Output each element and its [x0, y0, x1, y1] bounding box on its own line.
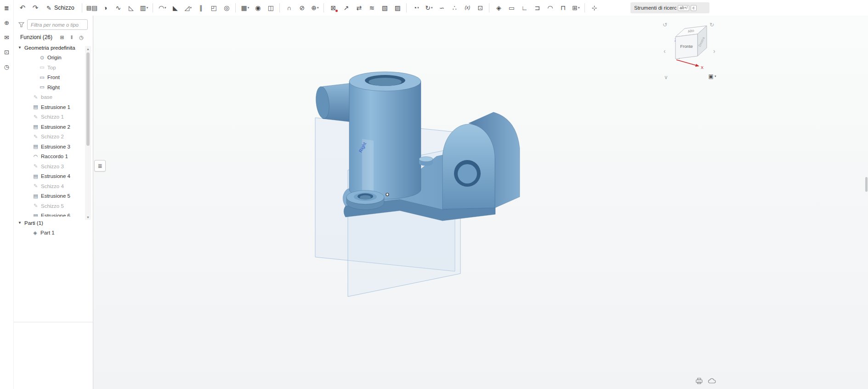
origin-point[interactable] [386, 193, 389, 196]
draft-tool-button[interactable]: ◿ ▾ [182, 2, 194, 14]
split-tool-button[interactable]: ⊘ ▾ [296, 2, 308, 14]
history-rail-button[interactable]: ◷ [2, 62, 12, 72]
add-tab-rail-button[interactable]: ⊕ [2, 17, 12, 28]
redo-button[interactable]: ↷ [29, 2, 41, 14]
boundary-surface-tool-button[interactable]: ▧ ▾ [379, 2, 391, 14]
thicken-tool-button[interactable]: ▥ ▾ [138, 2, 150, 14]
printer-3d-icon[interactable] [695, 378, 703, 384]
loft-tool-button[interactable]: ◺ ▾ [125, 2, 137, 14]
mirror-tool-button[interactable]: ◫ ▾ [265, 2, 277, 14]
sweep-tool-button[interactable]: ∿ ▾ [112, 2, 124, 14]
front-boss[interactable] [346, 190, 384, 210]
insert-folder-icon[interactable]: ⊞ [59, 34, 65, 40]
tree-item-label: Front [47, 74, 60, 80]
search-input[interactable] [634, 5, 676, 11]
move-face-tool-button[interactable]: ↗ ▾ [340, 2, 352, 14]
feature-tree-row[interactable]: ▼ Schizzo 5 [14, 201, 85, 211]
rotate-left-icon[interactable]: ‹ [664, 48, 666, 54]
graphics-viewport[interactable]: Right ≣ ↺ ↻ ‹ › ∨ Z X Fronte Alto Destra [93, 16, 868, 389]
point-tool-button[interactable]: ∴ ▾ [448, 2, 460, 14]
scroll-up-arrow[interactable]: ▲ [85, 46, 91, 51]
feature-tree-row[interactable]: ▼ Raccordo 1 [14, 152, 85, 162]
hole-tool-button[interactable]: ◎ ▾ [221, 2, 233, 14]
main-cylinder[interactable] [349, 72, 421, 199]
tab-feature-tool-button[interactable]: ⊓ ▾ [557, 2, 569, 14]
feature-tree-row[interactable]: ▼ Schizzo 4 [14, 181, 85, 191]
transform-tool-button[interactable]: ⊕ ▾ [309, 2, 321, 14]
scrollbar-thumb[interactable] [86, 52, 90, 146]
cloud-icon[interactable] [708, 378, 716, 384]
search-tools-box[interactable]: alt+/ c [630, 2, 709, 13]
feature-tree-row[interactable]: ▼ Estrusione 6 [14, 211, 85, 217]
window-scrollbar[interactable] [865, 16, 868, 389]
tag-tool-button[interactable]: ◈ ▾ [493, 2, 505, 14]
replace-face-tool-button[interactable]: ⇄ ▾ [353, 2, 365, 14]
feature-tree-row[interactable]: ▼ Geometria predefinita [14, 43, 85, 53]
model-canvas[interactable]: Right [93, 16, 868, 389]
feature-tree-row[interactable]: ▼ Front [14, 73, 85, 83]
side-boss-cylinder[interactable] [314, 83, 355, 122]
sketch-button[interactable]: ✎ Schizzo [42, 2, 79, 14]
feature-list-rail-button[interactable]: ≣ [2, 3, 12, 13]
boolean-tool-button[interactable]: ∩ ▾ [283, 2, 295, 14]
hem-tool-button[interactable]: ⊐ ▾ [531, 2, 543, 14]
feature-tree-row[interactable]: ▼ Top [14, 63, 85, 73]
rotate-right-icon[interactable]: › [713, 48, 715, 54]
bend-tool-button[interactable]: ◠ ▾ [544, 2, 556, 14]
custom-feature-tool-button[interactable]: ⊹ ▾ [588, 2, 600, 14]
rotate-ccw-icon[interactable]: ↺ [663, 22, 667, 28]
chamfer-tool-button[interactable]: ◣ ▾ [169, 2, 181, 14]
plate-pin[interactable] [419, 157, 433, 166]
feature-tree-row[interactable]: ▼ Estrusione 3 [14, 142, 85, 152]
linear-pattern-tool-button[interactable]: ▦ ▾ [239, 2, 251, 14]
compare-icon: ⊡ [4, 49, 9, 56]
rotate-down-icon[interactable]: ∨ [664, 74, 668, 80]
delete-face-tool-button[interactable]: ⊠ ▾ [327, 2, 339, 14]
offset-surface-tool-button[interactable]: ≋ ▾ [366, 2, 378, 14]
flange-tool-button[interactable]: ∟ ▾ [518, 2, 530, 14]
undo-button[interactable]: ↶ [17, 2, 28, 14]
parts-section-header[interactable]: ▼ Parti (1) [14, 218, 93, 228]
feature-tree-row[interactable]: ▼ base [14, 92, 85, 103]
feature-tree-row[interactable]: ▼ Estrusione 5 [14, 191, 85, 201]
feature-list-flyout-button[interactable]: ≣ [94, 160, 106, 172]
feature-tree-row[interactable]: ▼ Schizzo 3 [14, 161, 85, 172]
window-scrollbar-thumb[interactable] [865, 177, 868, 192]
curve-tool-button[interactable]: ∽ ▾ [436, 2, 448, 14]
feature-tree-row[interactable]: ▼ Estrusione 2 [14, 122, 85, 132]
tree-scrollbar[interactable]: ▲ ▼ [85, 46, 91, 220]
chevron-down-icon[interactable]: ▼ [17, 221, 22, 225]
comments-rail-button[interactable]: ✉ [2, 32, 12, 42]
feature-tree-row[interactable]: ▼ Estrusione 1 [14, 102, 85, 112]
helix-tool-button[interactable]: ↻ ▾ [423, 2, 435, 14]
rollback-history-icon[interactable]: ◷ [78, 34, 85, 40]
derived-tool-button[interactable]: ⊡ ▾ [474, 2, 486, 14]
circular-pattern-tool-button[interactable]: ◉ ▾ [252, 2, 264, 14]
chevron-down-icon[interactable]: ▼ [17, 46, 22, 50]
revolve-tool-button[interactable]: ◑ ▾ [99, 2, 111, 14]
draft-icon: ◿ [185, 5, 190, 11]
filter-input[interactable] [27, 19, 88, 30]
part-row[interactable]: Part 1 [14, 228, 93, 238]
rib-tool-button[interactable]: ∥ ▾ [195, 2, 207, 14]
pause-updates-icon[interactable]: ‖ [68, 34, 75, 40]
mounting-lug[interactable] [443, 112, 520, 209]
feature-tree-row[interactable]: ▼ Right [14, 82, 85, 92]
fillet-tool-button[interactable]: ◠ ▾ [156, 2, 168, 14]
modify-fillet-tool-button[interactable]: ◔ ▾ [410, 2, 422, 14]
chevron-down-icon: ▾ [147, 6, 148, 10]
feature-tree-row[interactable]: ▼ Estrusione 4 [14, 172, 85, 182]
view-options-button[interactable]: ▣ ▾ [705, 72, 720, 81]
extrude-tool-button[interactable]: ▤ ▾ [85, 2, 99, 14]
rotate-cw-icon[interactable]: ↻ [709, 22, 714, 28]
frame-tool-button[interactable]: ⊞ ▾ [570, 2, 582, 14]
feature-tree-row[interactable]: ▼ Schizzo 2 [14, 132, 85, 142]
shell-tool-button[interactable]: ◰ ▾ [208, 2, 220, 14]
compare-rail-button[interactable]: ⊡ [2, 47, 12, 57]
sheet-metal-tool-button[interactable]: ▭ ▾ [505, 2, 517, 14]
feature-tree-row[interactable]: ▼ Origin [14, 53, 85, 63]
scroll-down-arrow[interactable]: ▼ [85, 214, 91, 220]
feature-tree-row[interactable]: ▼ Schizzo 1 [14, 112, 85, 122]
fill-surface-tool-button[interactable]: ▨ ▾ [391, 2, 403, 14]
variable-tool-button[interactable]: (x) ▾ [461, 2, 473, 14]
